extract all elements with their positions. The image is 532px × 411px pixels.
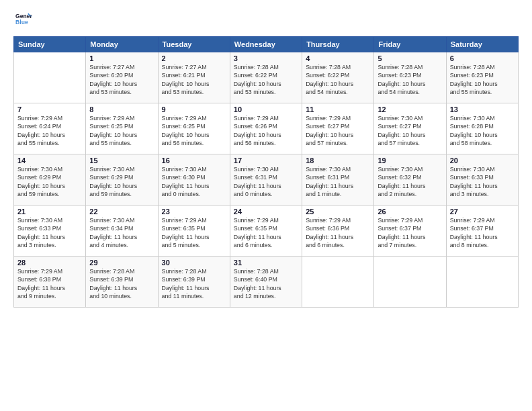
day-number: 14 (17, 156, 82, 165)
day-detail: Sunrise: 7:28 AM Sunset: 6:22 PM Dayligh… (306, 63, 370, 96)
day-detail: Sunrise: 7:30 AM Sunset: 6:30 PM Dayligh… (162, 165, 226, 198)
day-number: 26 (378, 208, 442, 216)
day-detail: Sunrise: 7:29 AM Sunset: 6:36 PM Dayligh… (306, 216, 370, 249)
day-detail: Sunrise: 7:28 AM Sunset: 6:22 PM Dayligh… (234, 63, 298, 96)
day-number: 5 (378, 54, 442, 62)
calendar-cell (374, 257, 446, 308)
day-detail: Sunrise: 7:29 AM Sunset: 6:26 PM Dayligh… (234, 114, 298, 147)
calendar-cell: 30Sunrise: 7:28 AM Sunset: 6:39 PM Dayli… (158, 257, 230, 308)
logo: General Blue (13, 11, 35, 30)
day-detail: Sunrise: 7:29 AM Sunset: 6:38 PM Dayligh… (17, 267, 82, 300)
day-number: 9 (162, 105, 226, 113)
day-detail: Sunrise: 7:30 AM Sunset: 6:33 PM Dayligh… (17, 216, 82, 249)
day-detail: Sunrise: 7:29 AM Sunset: 6:27 PM Dayligh… (306, 114, 370, 147)
calendar-cell: 15Sunrise: 7:30 AM Sunset: 6:29 PM Dayli… (86, 154, 158, 205)
day-detail: Sunrise: 7:27 AM Sunset: 6:20 PM Dayligh… (89, 63, 154, 96)
header-friday: Friday (374, 37, 446, 52)
day-detail: Sunrise: 7:28 AM Sunset: 6:40 PM Dayligh… (234, 267, 298, 300)
day-number: 12 (378, 105, 442, 113)
day-detail: Sunrise: 7:30 AM Sunset: 6:29 PM Dayligh… (89, 165, 154, 198)
day-number: 28 (17, 259, 82, 267)
calendar-cell: 9Sunrise: 7:29 AM Sunset: 6:25 PM Daylig… (158, 103, 230, 154)
day-detail: Sunrise: 7:30 AM Sunset: 6:34 PM Dayligh… (89, 216, 154, 249)
calendar-cell: 10Sunrise: 7:29 AM Sunset: 6:26 PM Dayli… (230, 103, 302, 154)
day-number: 27 (450, 208, 515, 216)
calendar-week-3: 14Sunrise: 7:30 AM Sunset: 6:29 PM Dayli… (14, 154, 519, 205)
calendar-week-2: 7Sunrise: 7:29 AM Sunset: 6:24 PM Daylig… (14, 103, 519, 154)
calendar-cell: 24Sunrise: 7:29 AM Sunset: 6:35 PM Dayli… (230, 205, 302, 257)
day-detail: Sunrise: 7:29 AM Sunset: 6:37 PM Dayligh… (378, 216, 442, 249)
logo-icon: General Blue (13, 11, 32, 30)
calendar-week-5: 28Sunrise: 7:29 AM Sunset: 6:38 PM Dayli… (14, 257, 519, 308)
calendar-cell: 11Sunrise: 7:29 AM Sunset: 6:27 PM Dayli… (302, 103, 374, 154)
day-detail: Sunrise: 7:27 AM Sunset: 6:21 PM Dayligh… (162, 63, 226, 96)
day-number: 19 (378, 156, 442, 165)
header-thursday: Thursday (302, 37, 374, 52)
calendar-cell: 19Sunrise: 7:30 AM Sunset: 6:32 PM Dayli… (374, 154, 446, 205)
day-detail: Sunrise: 7:29 AM Sunset: 6:25 PM Dayligh… (162, 114, 226, 147)
day-number: 3 (234, 54, 298, 62)
svg-text:General: General (15, 13, 32, 19)
calendar-cell: 2Sunrise: 7:27 AM Sunset: 6:21 PM Daylig… (158, 52, 230, 103)
day-number: 25 (306, 208, 370, 216)
calendar-cell: 21Sunrise: 7:30 AM Sunset: 6:33 PM Dayli… (14, 205, 86, 257)
day-detail: Sunrise: 7:29 AM Sunset: 6:24 PM Dayligh… (17, 114, 82, 147)
day-number: 11 (306, 105, 370, 113)
day-detail: Sunrise: 7:30 AM Sunset: 6:31 PM Dayligh… (234, 165, 298, 198)
day-number: 22 (89, 208, 154, 216)
day-detail: Sunrise: 7:30 AM Sunset: 6:28 PM Dayligh… (450, 114, 515, 147)
day-number: 21 (17, 208, 82, 216)
calendar-cell: 16Sunrise: 7:30 AM Sunset: 6:30 PM Dayli… (158, 154, 230, 205)
day-number: 23 (162, 208, 226, 216)
day-number: 30 (162, 259, 226, 267)
calendar-cell: 4Sunrise: 7:28 AM Sunset: 6:22 PM Daylig… (302, 52, 374, 103)
day-number: 6 (450, 54, 515, 62)
calendar-cell: 31Sunrise: 7:28 AM Sunset: 6:40 PM Dayli… (230, 257, 302, 308)
day-detail: Sunrise: 7:28 AM Sunset: 6:39 PM Dayligh… (89, 267, 154, 300)
calendar-cell: 22Sunrise: 7:30 AM Sunset: 6:34 PM Dayli… (86, 205, 158, 257)
calendar-week-4: 21Sunrise: 7:30 AM Sunset: 6:33 PM Dayli… (14, 205, 519, 257)
page-header: General Blue (13, 11, 519, 30)
header-sunday: Sunday (14, 37, 86, 52)
header-monday: Monday (86, 37, 158, 52)
calendar-cell: 23Sunrise: 7:29 AM Sunset: 6:35 PM Dayli… (158, 205, 230, 257)
day-number: 13 (450, 105, 515, 113)
day-number: 18 (306, 156, 370, 165)
calendar-table: SundayMondayTuesdayWednesdayThursdayFrid… (13, 36, 519, 308)
calendar-cell: 3Sunrise: 7:28 AM Sunset: 6:22 PM Daylig… (230, 52, 302, 103)
day-detail: Sunrise: 7:30 AM Sunset: 6:27 PM Dayligh… (378, 114, 442, 147)
calendar-cell: 1Sunrise: 7:27 AM Sunset: 6:20 PM Daylig… (86, 52, 158, 103)
day-number: 8 (89, 105, 154, 113)
calendar-cell: 14Sunrise: 7:30 AM Sunset: 6:29 PM Dayli… (14, 154, 86, 205)
day-detail: Sunrise: 7:30 AM Sunset: 6:31 PM Dayligh… (306, 165, 370, 198)
day-number: 16 (162, 156, 226, 165)
calendar-cell: 29Sunrise: 7:28 AM Sunset: 6:39 PM Dayli… (86, 257, 158, 308)
day-number: 1 (89, 54, 154, 62)
day-detail: Sunrise: 7:29 AM Sunset: 6:35 PM Dayligh… (234, 216, 298, 249)
calendar-header-row: SundayMondayTuesdayWednesdayThursdayFrid… (14, 37, 519, 52)
calendar-cell: 17Sunrise: 7:30 AM Sunset: 6:31 PM Dayli… (230, 154, 302, 205)
calendar-cell: 25Sunrise: 7:29 AM Sunset: 6:36 PM Dayli… (302, 205, 374, 257)
calendar-cell: 13Sunrise: 7:30 AM Sunset: 6:28 PM Dayli… (446, 103, 518, 154)
day-detail: Sunrise: 7:29 AM Sunset: 6:37 PM Dayligh… (450, 216, 515, 249)
header-wednesday: Wednesday (230, 37, 302, 52)
calendar-cell: 26Sunrise: 7:29 AM Sunset: 6:37 PM Dayli… (374, 205, 446, 257)
day-number: 20 (450, 156, 515, 165)
day-number: 29 (89, 259, 154, 267)
calendar-week-1: 1Sunrise: 7:27 AM Sunset: 6:20 PM Daylig… (14, 52, 519, 103)
day-number: 31 (234, 259, 298, 267)
calendar-cell: 8Sunrise: 7:29 AM Sunset: 6:25 PM Daylig… (86, 103, 158, 154)
day-detail: Sunrise: 7:30 AM Sunset: 6:29 PM Dayligh… (17, 165, 82, 198)
calendar-cell (14, 52, 86, 103)
day-detail: Sunrise: 7:28 AM Sunset: 6:23 PM Dayligh… (450, 63, 515, 96)
day-detail: Sunrise: 7:28 AM Sunset: 6:39 PM Dayligh… (162, 267, 226, 300)
day-number: 7 (17, 105, 82, 113)
svg-text:Blue: Blue (15, 19, 28, 26)
header-tuesday: Tuesday (158, 37, 230, 52)
calendar-cell: 12Sunrise: 7:30 AM Sunset: 6:27 PM Dayli… (374, 103, 446, 154)
day-number: 15 (89, 156, 154, 165)
calendar-cell: 20Sunrise: 7:30 AM Sunset: 6:33 PM Dayli… (446, 154, 518, 205)
day-detail: Sunrise: 7:30 AM Sunset: 6:32 PM Dayligh… (378, 165, 442, 198)
calendar-cell: 7Sunrise: 7:29 AM Sunset: 6:24 PM Daylig… (14, 103, 86, 154)
calendar-cell: 6Sunrise: 7:28 AM Sunset: 6:23 PM Daylig… (446, 52, 518, 103)
